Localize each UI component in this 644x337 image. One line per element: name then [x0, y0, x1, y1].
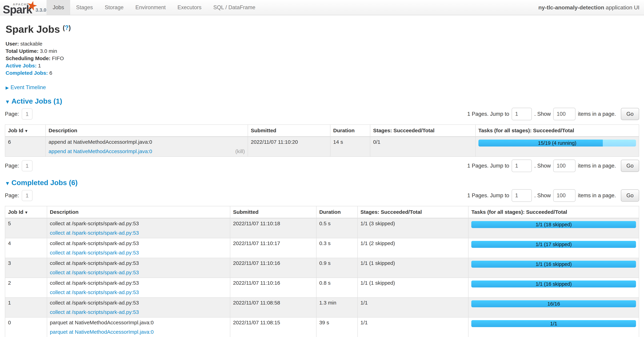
jump-to-input[interactable] [512, 189, 532, 202]
job-id-cell: 4 [5, 238, 47, 258]
submitted-cell: 2022/11/07 11:08:15 [230, 317, 316, 337]
application-name: ny-tlc-anomaly-detection [538, 4, 604, 10]
pagination: Page: 1 Pages. Jump to . Show items in a… [5, 108, 639, 120]
active-jobs-heading[interactable]: ▼Active Jobs (1) [5, 97, 639, 105]
jump-to-input[interactable] [512, 160, 532, 172]
submitted-cell: 2022/11/07 11:10:16 [230, 278, 316, 298]
job-id-cell: 1 [5, 298, 47, 317]
job-detail-link[interactable]: collect at /spark-scripts/spark-ad.py:53 [50, 289, 139, 295]
tab-jobs[interactable]: Jobs [46, 0, 70, 15]
summary-scheduling-mode: Scheduling Mode: FIFO [6, 55, 639, 62]
kill-link[interactable]: (kill) [235, 148, 245, 154]
page-number-input[interactable] [22, 160, 32, 171]
items-label: items in a page. [578, 111, 616, 117]
completed-jobs-table: Job Id▼ Description Submitted Duration S… [5, 206, 639, 337]
spark-logo[interactable]: APACHE Spark ★ 3.3.0 [0, 0, 46, 15]
completed-jobs-link[interactable]: Completed Jobs: [6, 70, 48, 76]
tab-environment[interactable]: Environment [130, 0, 172, 15]
job-id-cell: 0 [5, 317, 47, 337]
summary-user: User: stackable [6, 40, 639, 47]
page-label: Page: [5, 111, 19, 117]
page-label: Page: [5, 192, 19, 199]
duration-cell: 0.5 s [316, 218, 358, 238]
col-description[interactable]: Description [46, 125, 248, 137]
col-stages[interactable]: Stages: Succeeded/Total [358, 206, 468, 218]
col-duration[interactable]: Duration [330, 125, 370, 137]
job-detail-link[interactable]: parquet at NativeMethodAccessorImpl.java… [50, 329, 154, 335]
page-title: Spark Jobs (?) [6, 23, 639, 35]
active-jobs-table: Job Id▼ Description Submitted Duration S… [5, 124, 639, 157]
items-per-page-input[interactable] [553, 189, 576, 202]
submitted-cell: 2022/11/07 11:10:17 [230, 238, 316, 258]
tab-sql-dataframe[interactable]: SQL / DataFrame [207, 0, 261, 15]
table-row: 6 append at NativeMethodAccessorImpl.jav… [5, 137, 639, 157]
task-progress-bar: 1/1 (16 skipped) [471, 281, 636, 288]
page-label: Page: [5, 163, 19, 169]
go-button[interactable]: Go [621, 160, 639, 172]
tasks-cell: 15/19 (4 running) [476, 137, 639, 157]
items-label: items in a page. [578, 163, 616, 169]
jump-to-input[interactable] [512, 108, 532, 120]
tasks-cell: 1/1 [468, 317, 639, 337]
col-submitted[interactable]: Submitted [248, 125, 330, 137]
event-timeline-toggle[interactable]: ▶Event Timeline [6, 84, 639, 90]
sort-desc-icon: ▼ [24, 129, 28, 133]
job-detail-link[interactable]: collect at /spark-scripts/spark-ad.py:53 [50, 250, 139, 256]
task-progress-bar: 1/1 (17 skipped) [471, 241, 636, 248]
table-row: 4 collect at /spark-scripts/spark-ad.py:… [5, 238, 639, 258]
progress-label: 1/1 (17 skipped) [471, 241, 636, 248]
collapsed-arrow-icon: ▶ [6, 85, 9, 90]
progress-label: 16/16 [471, 300, 636, 307]
col-job-id[interactable]: Job Id▼ [5, 125, 46, 137]
items-per-page-input[interactable] [553, 160, 576, 172]
tab-executors[interactable]: Executors [172, 0, 208, 15]
col-duration[interactable]: Duration [316, 206, 358, 218]
job-id-cell: 5 [5, 218, 47, 238]
page-number-input[interactable] [22, 190, 32, 201]
pages-info: 1 Pages. Jump to [467, 111, 509, 117]
page-number-input[interactable] [22, 108, 32, 120]
col-tasks[interactable]: Tasks (for all stages): Succeeded/Total [476, 125, 639, 137]
stages-cell: 1/1 (2 skipped) [358, 238, 468, 258]
duration-cell: 0.8 s [316, 278, 358, 298]
duration-cell: 1.3 min [316, 298, 358, 317]
summary-uptime: Total Uptime: 3.0 min [6, 47, 639, 55]
tab-storage[interactable]: Storage [99, 0, 130, 15]
show-label: . Show [534, 163, 551, 169]
job-detail-link[interactable]: append at NativeMethodAccessorImpl.java:… [48, 148, 152, 154]
stages-cell: 1/1 [358, 298, 468, 317]
tasks-cell: 1/1 (16 skipped) [468, 258, 639, 278]
items-per-page-input[interactable] [553, 108, 576, 120]
description-cell: collect at /spark-scripts/spark-ad.py:53… [47, 278, 230, 298]
job-summary: User: stackable Total Uptime: 3.0 min Sc… [6, 40, 639, 77]
stages-cell: 1/1 [358, 317, 468, 337]
job-id-cell: 3 [5, 258, 47, 278]
job-detail-link[interactable]: collect at /spark-scripts/spark-ad.py:53 [50, 309, 139, 315]
duration-cell: 0.9 s [316, 258, 358, 278]
summary-completed-jobs: Completed Jobs: 6 [6, 69, 639, 77]
task-progress-bar: 1/1 [471, 320, 636, 327]
tasks-cell: 1/1 (18 skipped) [468, 218, 639, 238]
top-nav: APACHE Spark ★ 3.3.0 Jobs Stages Storage… [0, 0, 644, 15]
job-detail-link[interactable]: collect at /spark-scripts/spark-ad.py:53 [50, 230, 139, 236]
col-tasks[interactable]: Tasks (for all stages): Succeeded/Total [468, 206, 639, 218]
stages-cell: 1/1 (3 skipped) [358, 218, 468, 238]
col-job-id[interactable]: Job Id▼ [5, 206, 47, 218]
col-submitted[interactable]: Submitted [230, 206, 316, 218]
submitted-cell: 2022/11/07 11:10:18 [230, 218, 316, 238]
job-detail-link[interactable]: collect at /spark-scripts/spark-ad.py:53 [50, 270, 139, 275]
col-stages[interactable]: Stages: Succeeded/Total [370, 125, 475, 137]
go-button[interactable]: Go [621, 189, 639, 202]
go-button[interactable]: Go [621, 108, 639, 120]
task-progress-bar: 1/1 (16 skipped) [471, 261, 636, 268]
main-content: Spark Jobs (?) User: stackable Total Upt… [0, 23, 644, 337]
completed-jobs-heading[interactable]: ▼Completed Jobs (6) [5, 179, 639, 187]
summary-active-jobs: Active Jobs: 1 [6, 62, 639, 69]
help-link[interactable]: (?) [63, 24, 71, 31]
table-row: 5 collect at /spark-scripts/spark-ad.py:… [5, 218, 639, 238]
active-jobs-link[interactable]: Active Jobs: [6, 63, 36, 68]
sort-desc-icon: ▼ [24, 210, 28, 215]
description-cell: collect at /spark-scripts/spark-ad.py:53… [47, 218, 230, 238]
col-description[interactable]: Description [47, 206, 230, 218]
tab-stages[interactable]: Stages [70, 0, 99, 15]
